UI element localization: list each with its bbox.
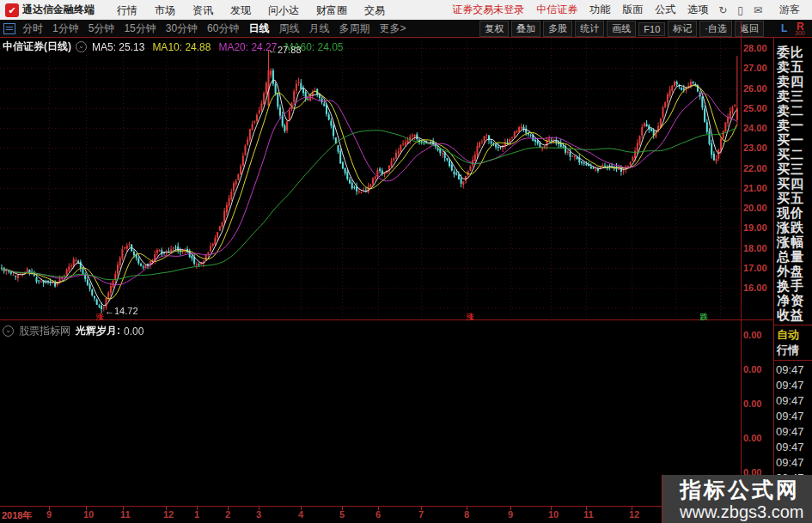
- price-label: 21.00: [743, 183, 772, 193]
- symbol-title[interactable]: 中信证券(日线): [3, 40, 71, 54]
- period-8[interactable]: 月线: [308, 21, 329, 36]
- axis-month-label: 7: [418, 509, 424, 520]
- axis-month-label: 9: [508, 509, 513, 520]
- tool-btn-5[interactable]: F10: [638, 22, 665, 36]
- tool-btn-3[interactable]: 统计: [575, 21, 604, 37]
- period-0[interactable]: 分时: [22, 21, 43, 36]
- tool-btn-1[interactable]: 叠加: [511, 21, 540, 37]
- menu-items: 行情市场资讯发现问小达财富圈交易: [117, 2, 402, 18]
- price-label: 24.00: [743, 123, 772, 133]
- menu-item-1[interactable]: 市场: [155, 3, 175, 18]
- tool-btn-2[interactable]: 多股: [543, 21, 572, 37]
- axis-tick: [342, 507, 343, 510]
- indicator-menu-icon[interactable]: ⌄: [76, 41, 87, 52]
- menu-item-2[interactable]: 资讯: [192, 3, 213, 18]
- auto-quote-tab[interactable]: 自动: [777, 327, 799, 343]
- tool-buttons: 复权叠加多股统计画线F10标记·自选返回: [477, 21, 764, 37]
- tool-btn-8[interactable]: 返回: [735, 21, 764, 37]
- toolbar-divider: [0, 37, 812, 38]
- ma-value: MA10: 24.88: [152, 41, 211, 53]
- period-toolbar: 分时1分钟5分钟15分钟30分钟60分钟日线周线月线多周期更多> 复权叠加多股统…: [0, 21, 812, 37]
- menu-bar: ✔ 通达信金融终端 行情市场资讯发现问小达财富圈交易 证券交易未登录中信证券功能…: [0, 0, 812, 21]
- menu-right-cluster: 证券交易未登录中信证券功能版面公式选项↻▯✉游客: [440, 3, 807, 17]
- high-arrow-icon: ←: [268, 45, 278, 55]
- price-label: 25.00: [743, 103, 772, 113]
- period-5[interactable]: 60分钟: [207, 21, 239, 36]
- menu-item-3[interactable]: 发现: [230, 3, 251, 18]
- axis-month-label: 11: [120, 509, 131, 520]
- tool-btn-6[interactable]: 标记: [668, 21, 697, 37]
- period-3[interactable]: 15分钟: [124, 21, 156, 36]
- price-label: 23.00: [743, 143, 772, 153]
- stock-list-icon[interactable]: [3, 23, 15, 34]
- refresh-icon[interactable]: ↻: [718, 4, 727, 16]
- price-label: 26.00: [743, 83, 772, 94]
- menu-right-item-3[interactable]: 选项: [687, 3, 708, 17]
- axis-tick: [632, 507, 632, 510]
- axis-month-label: 12: [163, 509, 174, 520]
- menu-right-item-1[interactable]: 版面: [622, 3, 643, 17]
- low-value: 14.72: [114, 306, 138, 316]
- watermark-url: www.zbgs3.com: [680, 502, 812, 522]
- menu-right-item-2[interactable]: 公式: [655, 3, 675, 17]
- axis-tick: [510, 507, 511, 510]
- sub-chart-header: ⌄ 股票指标网 光辉岁月: 0.00: [3, 324, 143, 338]
- tool-btn-0[interactable]: 复权: [479, 21, 509, 37]
- menu-item-5[interactable]: 财富圈: [316, 3, 347, 18]
- axis-tick: [166, 507, 167, 510]
- main-sub-divider[interactable]: [0, 319, 773, 320]
- period-1[interactable]: 1分钟: [52, 21, 79, 36]
- ma-values: MA5: 25.13MA10: 24.88MA20: 24.27MA60: 24…: [92, 41, 351, 53]
- axis-tick: [378, 507, 379, 510]
- menu-item-0[interactable]: 行情: [117, 3, 137, 18]
- axis-month-label: 3: [256, 509, 261, 520]
- price-label: 20.00: [743, 203, 772, 213]
- indicator-axis-label: 0.00: [743, 398, 772, 409]
- period-9[interactable]: 多周期: [339, 21, 369, 36]
- mobile-icon[interactable]: ▯: [737, 4, 743, 16]
- price-label: 16.00: [743, 283, 772, 293]
- tool-btn-7[interactable]: ·自选: [699, 21, 732, 37]
- period-2[interactable]: 5分钟: [89, 21, 115, 36]
- price-label: 18.00: [743, 243, 772, 253]
- axis-tick: [49, 507, 50, 510]
- price-label: 22.00: [743, 163, 772, 173]
- watermark-title: 指标公式网: [680, 477, 812, 502]
- tool-btn-4[interactable]: 画线: [607, 21, 636, 37]
- quote-tab[interactable]: 行情: [777, 343, 799, 358]
- message-icon[interactable]: ✉: [754, 4, 762, 16]
- axis-tick: [421, 507, 422, 510]
- signal-mark: 涨: [467, 312, 474, 323]
- axis-tick: [467, 507, 467, 510]
- current-stock-alert[interactable]: 中信证券: [536, 3, 577, 17]
- period-6[interactable]: 日线: [248, 21, 269, 36]
- menu-item-4[interactable]: 问小达: [268, 3, 299, 18]
- indicator-axis-label: 0.00: [743, 330, 772, 340]
- axis-tick: [259, 507, 259, 510]
- sub-indicator-menu-icon[interactable]: ⌄: [3, 325, 14, 337]
- axis-month-label: 8: [464, 509, 469, 520]
- period-4[interactable]: 30分钟: [166, 21, 198, 36]
- price-label: 27.00: [743, 63, 772, 73]
- axis-tick: [228, 507, 229, 510]
- period-10[interactable]: 更多>: [379, 21, 406, 36]
- menu-item-6[interactable]: 交易: [364, 3, 385, 18]
- app-title: 通达信金融终端: [22, 3, 95, 17]
- candlestick-chart[interactable]: [0, 38, 741, 319]
- axis-month-label: 5: [339, 509, 345, 520]
- menu-right-item-0[interactable]: 功能: [589, 3, 610, 17]
- indicator-name[interactable]: 光辉岁月:: [76, 324, 120, 338]
- tick-time: 09:47: [776, 410, 804, 423]
- axis-month-label: 2: [225, 509, 230, 520]
- period-7[interactable]: 周线: [278, 21, 299, 36]
- tick-time: 09:47: [776, 379, 804, 392]
- axis-month-label: 1: [194, 509, 199, 520]
- date-axis[interactable]: 2018年9101112123456789101112: [0, 507, 741, 523]
- high-value: 27.88: [278, 45, 302, 55]
- indicator-source: 股票指标网: [19, 324, 70, 338]
- tick-time: 09:47: [776, 425, 804, 438]
- quote-row-收益: 收益: [777, 307, 804, 324]
- chart-axis-divider: [741, 21, 742, 523]
- price-label: 28.00: [743, 43, 772, 53]
- login-alert[interactable]: 证券交易未登录: [452, 3, 524, 17]
